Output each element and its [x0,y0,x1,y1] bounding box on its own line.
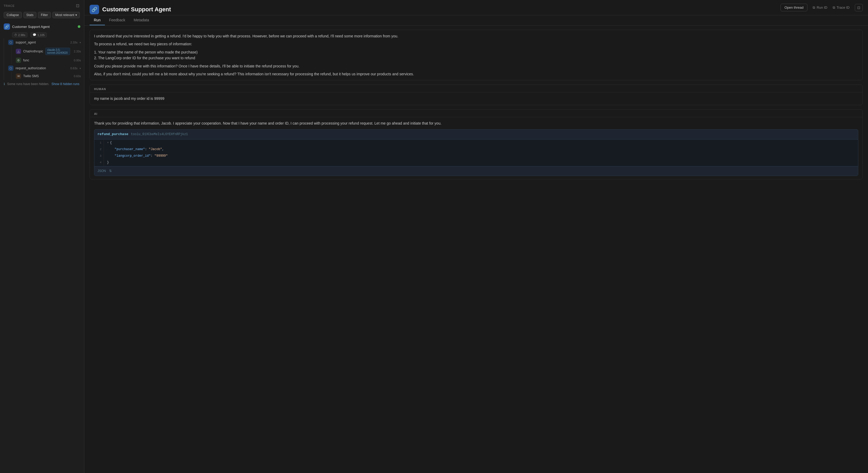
messages-badge: 💬 1,105 [31,32,47,37]
ai-msg-1-p5: Also, if you don't mind, could you tell … [94,71,858,77]
message-block-human: HUMAN my name is jacob and my order id i… [90,85,863,105]
trace-label: TRACE [4,4,15,7]
support-agent-item[interactable]: ⬡ support_agent 2.33s ▾ [4,38,84,46]
run-id-label: Run ID [817,5,827,9]
chatanthropic-item[interactable]: △ ChatAnthropic claude-3-5-sonnet-202406… [11,46,84,56]
tab-run[interactable]: Run [90,15,105,25]
ai-msg-1-p1: I understand that you're interested in g… [94,33,858,39]
code-line-1: 1 ▾{ [94,140,858,146]
twilio-time: 0.63s [74,74,81,78]
model-badge: claude-3-5-sonnet-20240620 [45,48,70,55]
json-collapse-button[interactable]: ⇅ [108,169,113,173]
agent-icon: ⬡ [8,40,13,45]
stats-button[interactable]: Stats [24,12,36,18]
chevron-down-icon: ▾ [75,13,77,17]
time-badge: ⏱ 2.98s [12,32,27,37]
agent-title: Customer Support Agent [102,6,171,13]
message-body-human: my name is jacob and my order id is 9999… [90,93,863,105]
content-area: I understand that you're interested in g… [84,26,868,473]
val-orderid: "99999" [154,154,167,158]
code-footer: JSON ⇅ [94,166,858,176]
line-content-4: } [104,159,858,166]
twilio-label: Twilio SMS [23,74,72,78]
ai-msg-1-p4: Could you please provide me with this in… [94,63,858,69]
message-body-ai-1: I understand that you're interested in g… [90,30,863,80]
func-icon: ⚙ [16,58,21,63]
trace-id-button[interactable]: ⧉ Trace ID [833,5,849,10]
trace-id-label: Trace ID [837,5,849,9]
ai-msg-1-p3: 1. Your name (the name of the person who… [94,49,858,61]
ai-label-2: AI [90,109,863,117]
clock-icon: ⏱ [14,33,17,37]
llm-icon: △ [16,49,21,54]
sms-icon: ✉ [16,73,21,79]
support-agent-time: 2.33s [70,41,78,44]
hidden-runs-notice: ℹ Some runs have been hidden. Show 8 hid… [0,80,84,88]
toolbar: Collapse Stats Filter Most relevant ▾ [0,10,84,20]
line-num-2: 2 [94,146,104,153]
root-status-indicator [78,25,81,28]
code-line-2: 2 "purchaser_name": "Jacob", [94,146,858,153]
tab-feedback[interactable]: Feedback [105,15,129,25]
left-panel: TRACE ⊡ Collapse Stats Filter Most relev… [0,0,84,473]
request-auth-icon: ⬡ [8,66,13,71]
tabs-bar: Run Feedback Metadata [84,15,868,26]
request-auth-item[interactable]: ⬡ request_authorization 0.63s ▾ [4,64,84,72]
top-bar-right: Open thread ⧉ Run ID ⧉ Trace ID ⊡ [780,4,863,15]
message-block-ai-1: I understand that you're interested in g… [90,30,863,80]
top-bar-left: 🔗 Customer Support Agent [90,5,171,14]
chatanthropic-label: ChatAnthropic [23,49,43,53]
copy-icon-2: ⧉ [833,5,835,10]
relevance-label: Most relevant [55,13,74,17]
request-auth-label: request_authorization [16,66,68,70]
line-num-4: 4 [94,160,104,166]
func-label: func [23,59,72,62]
code-line-4: 4 } [94,159,858,166]
ai-msg-2-content: Thank you for providing that information… [94,121,858,126]
support-agent-children: △ ChatAnthropic claude-3-5-sonnet-202406… [11,46,84,64]
root-time: 2.98s [18,33,25,37]
relevance-dropdown[interactable]: Most relevant ▾ [53,12,80,18]
code-format-label: JSON [97,169,106,174]
collapse-button[interactable]: Collapse [4,12,22,18]
info-icon: ℹ [4,82,5,86]
chatanthropic-time: 2.33s [74,50,81,53]
hidden-runs-text: Some runs have been hidden. [7,82,49,86]
tab-metadata[interactable]: Metadata [129,15,153,25]
val-purchaser: "Jacob" [149,147,162,151]
code-block: 1 ▾{ 2 "purchaser_name": "Jacob", [94,140,858,166]
line-content-1: ▾{ [104,140,858,146]
tree-area: 🔗 Customer Support Agent ⏱ 2.98s 💬 1,105… [0,20,84,473]
line-content-2: "purchaser_name": "Jacob", [104,146,858,153]
ai-msg-1-p2: To process a refund, we need two key pie… [94,41,858,47]
show-hidden-runs-link[interactable]: Show 8 hidden runs [51,82,79,86]
copy-icon: ⧉ [813,5,815,10]
collapse-icon: ▾ [80,41,81,44]
request-auth-children: ✉ Twilio SMS 0.63s [11,72,84,80]
root-meta: ⏱ 2.98s 💬 1,105 [0,32,84,38]
message-block-ai-2: AI Thank you for providing that informat… [90,109,863,179]
support-agent-section: ⬡ support_agent 2.33s ▾ △ ChatAnthropic … [4,38,84,80]
root-agent-icon: 🔗 [4,24,10,30]
tool-call-header: refund_purchase toolu_01XCbeMeIs4L6YEHfn… [94,130,858,140]
func-item[interactable]: ⚙ func 0.00s [11,56,84,64]
tool-call-block: refund_purchase toolu_01XCbeMeIs4L6YEHfn… [94,129,858,176]
filter-button[interactable]: Filter [38,12,51,18]
key-purchaser: "purchaser_name" [115,147,145,151]
root-tree-item[interactable]: 🔗 Customer Support Agent [0,21,84,32]
right-panel: 🔗 Customer Support Agent Open thread ⧉ R… [84,0,868,473]
run-id-button[interactable]: ⧉ Run ID [813,5,827,10]
support-agent-label: support_agent [16,40,68,44]
trace-header: TRACE ⊡ [0,0,84,10]
message-icon: 💬 [33,33,36,37]
agent-icon-large: 🔗 [90,5,99,14]
twilio-item[interactable]: ✉ Twilio SMS 0.63s [11,72,84,80]
expand-corner-button[interactable]: ⊡ [855,4,863,11]
code-line-3: 3 "langcorp_order_id": "99999" [94,153,858,159]
line-num-1: 1 [94,140,104,146]
tool-id: toolu_01XCbeMeIs4L6YEHfnRPjkz1 [131,132,188,137]
trace-expand-button[interactable]: ⊡ [75,3,81,9]
open-thread-button[interactable]: Open thread [780,4,807,11]
collapse-arrow[interactable]: ▾ [107,141,109,144]
root-messages: 1,105 [37,33,45,37]
